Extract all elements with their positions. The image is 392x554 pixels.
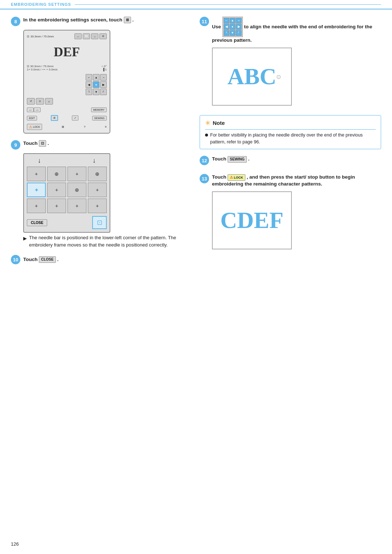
- step-11-row: 11 Use ⌐ ▲ ¬ ◀ ● ▶: [200, 17, 381, 44]
- step-13-circle: 13: [200, 174, 209, 183]
- screen-size-icon: ⊡: [27, 35, 29, 38]
- frame-cell-3-3[interactable]: +: [68, 199, 86, 213]
- frame-cell-2-2[interactable]: +: [47, 183, 66, 197]
- frame-cell-3-4[interactable]: +: [88, 199, 107, 213]
- screen-edit-btn[interactable]: EDIT: [27, 116, 37, 121]
- step-10-text: Touch CLOSE .: [23, 256, 58, 263]
- frame-pos-btn[interactable]: ⊡: [39, 140, 46, 147]
- nav-top-right[interactable]: ¬: [100, 74, 107, 81]
- ctrl-rotate[interactable]: ↺: [27, 98, 35, 105]
- step-10-section: 10 Touch CLOSE .: [11, 255, 192, 266]
- abc-text: ABC: [227, 63, 276, 90]
- frame-close-button[interactable]: CLOSE: [27, 219, 47, 226]
- step-10-row: 10 Touch CLOSE .: [11, 255, 192, 264]
- nav-inline-ml[interactable]: ◀: [224, 24, 229, 30]
- nav-bot-left[interactable]: └: [86, 89, 92, 95]
- step-10-circle: 10: [11, 255, 20, 264]
- nav-inline-bl[interactable]: └: [224, 30, 229, 36]
- step-11-section: 11 Use ⌐ ▲ ¬ ◀ ● ▶: [200, 17, 381, 106]
- frame-cell-2-4[interactable]: +: [88, 183, 107, 197]
- step-11-circle: 11: [200, 17, 209, 26]
- page-number: 126: [11, 541, 19, 547]
- nav-inline-tl[interactable]: ⌐: [224, 18, 229, 24]
- step-12-circle: 12: [200, 156, 209, 165]
- screen-plus-btn[interactable]: —: [34, 107, 41, 112]
- frame-cell-2-3[interactable]: ⊕: [68, 183, 86, 197]
- screen-bottom-info: ⊡ 30.3mm / 75.0mm 1+ 0.0m/s / ++ + 0.0m/…: [27, 65, 107, 71]
- screen-position-icon-btn[interactable]: ⊞: [51, 115, 58, 121]
- lock-btn-inline[interactable]: ⚠ LOCK: [228, 174, 245, 181]
- nav-inline-tu[interactable]: ▲: [230, 18, 236, 24]
- nav-bot-right[interactable]: ┘: [100, 89, 107, 95]
- screen-question-icon: ?: [84, 125, 85, 129]
- nav-inline-bd[interactable]: ▼: [230, 30, 236, 36]
- screen-sewing-btn[interactable]: SEWING: [92, 116, 107, 121]
- nav-top-left[interactable]: ⌐: [86, 74, 92, 81]
- nav-inline-br[interactable]: ┘: [236, 30, 242, 36]
- ctrl-s2[interactable]: ☺: [45, 98, 53, 105]
- frame-cell-1-4[interactable]: ⊕: [88, 167, 107, 181]
- note-bullet-text: For better visibility in placing the nee…: [210, 132, 376, 146]
- note-box: ✳ Note For better visibility in placing …: [200, 115, 381, 150]
- note-star-icon: ✳: [205, 119, 211, 127]
- screen-bottom-btns: — — MEMORY: [27, 107, 107, 112]
- step-9-text: Touch ⊡ .: [23, 140, 49, 147]
- needle-indicator: ⊙: [276, 73, 281, 80]
- frame-needles-top: ↓ ↓: [27, 157, 107, 164]
- needle-left: ↓: [38, 157, 41, 164]
- note-title: Note: [213, 120, 225, 126]
- nav-mid-center[interactable]: ●: [93, 81, 99, 88]
- right-column: 11 Use ⌐ ▲ ¬ ◀ ● ▶: [200, 17, 381, 266]
- header-line: [75, 4, 381, 5]
- nav-mid-right[interactable]: ▶: [100, 81, 107, 88]
- screen-bottom-btns2: EDIT ⊞ ⤢ SEWING: [27, 115, 107, 121]
- step-13-row: 13 Touch ⚠ LOCK , and then press the sta…: [200, 174, 381, 188]
- sewing-btn-inline[interactable]: SEWING: [228, 156, 247, 163]
- screen-controls-row: ↺ ⊙ ☺: [27, 98, 107, 105]
- frame-cell-3-2[interactable]: +: [47, 199, 66, 213]
- frame-cell-2-1[interactable]: ✦: [27, 183, 46, 197]
- nav-control-inline: ⌐ ▲ ¬ ◀ ● ▶ └ ▼ ┘: [222, 17, 243, 37]
- screen-top-icons: — ⬜ ⌂ ⚙: [74, 33, 107, 39]
- nav-inline-tr[interactable]: ¬: [236, 18, 242, 24]
- screen-btn-home[interactable]: ⌂: [91, 33, 98, 39]
- position-icon-btn[interactable]: ⊞: [124, 17, 131, 23]
- screen-grid-icon: ⊞: [62, 125, 64, 129]
- screen-bars-icon: ≡: [105, 125, 107, 129]
- step-9-row: 9 Touch ⊡ .: [11, 140, 192, 150]
- frame-cell-1-1[interactable]: +: [27, 167, 46, 181]
- note-divider: [205, 129, 376, 130]
- nav-inline-mr[interactable]: ▶: [236, 24, 242, 30]
- screen-def-text: DEF: [27, 41, 107, 63]
- header-title: EMBROIDERING SETTINGS: [11, 2, 71, 7]
- screen-memory-btn[interactable]: MEMORY: [91, 107, 107, 112]
- screen-btn-settings[interactable]: ⚙: [99, 33, 107, 39]
- step-13-text: Touch ⚠ LOCK , and then press the start/…: [212, 174, 381, 188]
- nav-inline-mc[interactable]: ●: [230, 24, 236, 30]
- step-8-circle: 8: [11, 17, 20, 26]
- screen-lock-btn[interactable]: ⚠ LOCK: [27, 124, 42, 130]
- ctrl-icons: ↺ ⊙ ☺: [27, 98, 53, 105]
- screen-resize-btn[interactable]: ⤢: [72, 115, 78, 121]
- nav-mid-left[interactable]: ◀: [86, 81, 92, 88]
- screen-btn-dash[interactable]: —: [74, 33, 82, 39]
- arrow-triangle: ▶: [23, 235, 27, 242]
- header-bar: EMBROIDERING SETTINGS: [0, 0, 392, 9]
- step-8-text: In the embroidering settings screen, tou…: [23, 17, 134, 24]
- ctrl-s1[interactable]: ⊙: [36, 98, 44, 105]
- bullet-dot: [205, 134, 208, 137]
- cdef-display-box: CDEF: [212, 191, 292, 249]
- step-10-close-btn[interactable]: CLOSE: [39, 256, 56, 263]
- step-12-text: Touch SEWING .: [212, 156, 249, 163]
- step-12-row: 12 Touch SEWING .: [200, 156, 381, 165]
- frame-cell-1-2[interactable]: ⊕: [47, 167, 66, 181]
- step-9-section: 9 Touch ⊡ . ↓ ↓ +: [11, 140, 192, 248]
- screen-minus-btn[interactable]: —: [27, 107, 34, 112]
- screen-btn-copy[interactable]: ⬜: [83, 33, 90, 39]
- nav-top-up[interactable]: ▲: [93, 74, 99, 81]
- screen-lock-row: ⚠ LOCK ⊞ ? ≡: [27, 124, 107, 130]
- frame-cell-3-1[interactable]: +: [27, 199, 46, 213]
- nav-bot-down[interactable]: ▼: [93, 89, 99, 95]
- frame-cell-1-3[interactable]: +: [68, 167, 86, 181]
- frame-selected-icon: ⊡: [92, 216, 107, 229]
